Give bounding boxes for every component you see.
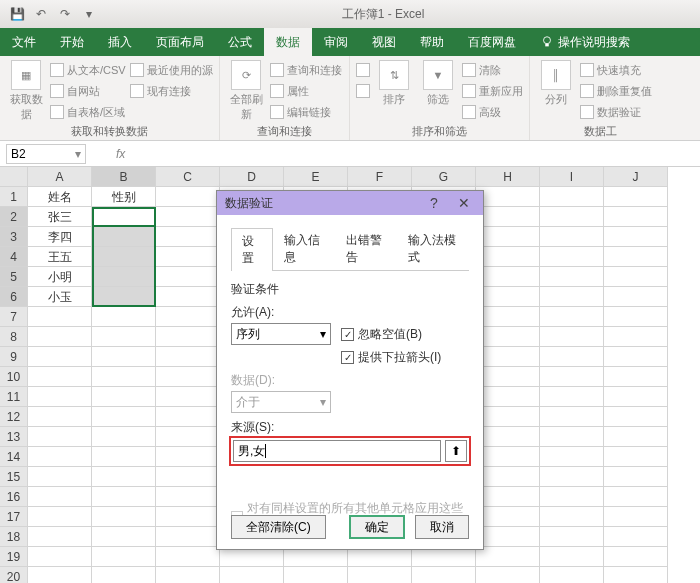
cell[interactable] — [476, 247, 540, 267]
tab-input-msg[interactable]: 输入信息 — [273, 227, 335, 270]
cell[interactable]: 姓名 — [28, 187, 92, 207]
row-header[interactable]: 8 — [0, 327, 28, 347]
cell[interactable] — [412, 547, 476, 567]
filter-button[interactable]: ▼ 筛选 — [418, 60, 458, 107]
sort-button[interactable]: ⇅ 排序 — [374, 60, 414, 107]
cell[interactable] — [476, 467, 540, 487]
row-header[interactable]: 7 — [0, 307, 28, 327]
tab-ime[interactable]: 输入法模式 — [397, 227, 469, 270]
cell[interactable] — [540, 307, 604, 327]
cell[interactable] — [540, 547, 604, 567]
properties[interactable]: 属性 — [270, 81, 342, 101]
tab-error[interactable]: 出错警告 — [335, 227, 397, 270]
cell[interactable] — [540, 407, 604, 427]
cell[interactable] — [156, 427, 220, 447]
cell[interactable] — [156, 527, 220, 547]
cell[interactable]: 小明 — [28, 267, 92, 287]
cell[interactable] — [604, 487, 668, 507]
remove-duplicates[interactable]: 删除重复值 — [580, 81, 652, 101]
cell[interactable] — [92, 507, 156, 527]
clear-all-button[interactable]: 全部清除(C) — [231, 515, 326, 539]
reapply[interactable]: 重新应用 — [462, 81, 523, 101]
ignore-blank-checkbox[interactable]: ✓ 忽略空值(B) — [341, 326, 422, 343]
row-header[interactable]: 19 — [0, 547, 28, 567]
cell[interactable] — [156, 207, 220, 227]
cell[interactable] — [476, 567, 540, 583]
tab-baidu[interactable]: 百度网盘 — [456, 28, 528, 56]
cell[interactable] — [28, 347, 92, 367]
cell[interactable] — [156, 467, 220, 487]
cell[interactable] — [92, 407, 156, 427]
cell[interactable] — [604, 467, 668, 487]
cell[interactable] — [92, 227, 156, 247]
row-header[interactable]: 13 — [0, 427, 28, 447]
cell[interactable] — [476, 307, 540, 327]
row-header[interactable]: 3 — [0, 227, 28, 247]
cell[interactable] — [156, 187, 220, 207]
cell[interactable] — [220, 547, 284, 567]
cell[interactable] — [220, 567, 284, 583]
cell[interactable] — [540, 327, 604, 347]
cell[interactable] — [604, 367, 668, 387]
row-header[interactable]: 18 — [0, 527, 28, 547]
cell[interactable]: 李四 — [28, 227, 92, 247]
cell[interactable]: 王五 — [28, 247, 92, 267]
cell[interactable] — [476, 207, 540, 227]
data-validation[interactable]: 数据验证 — [580, 102, 652, 122]
cell[interactable] — [476, 407, 540, 427]
row-header[interactable]: 2 — [0, 207, 28, 227]
cell[interactable] — [156, 407, 220, 427]
ok-button[interactable]: 确定 — [349, 515, 405, 539]
close-button[interactable]: ✕ — [449, 191, 479, 215]
col-header[interactable]: I — [540, 167, 604, 187]
flash-fill[interactable]: 快速填充 — [580, 60, 652, 80]
cell[interactable] — [92, 547, 156, 567]
cell[interactable] — [540, 507, 604, 527]
row-header[interactable]: 15 — [0, 467, 28, 487]
cell[interactable] — [92, 387, 156, 407]
cell[interactable] — [476, 347, 540, 367]
allow-select[interactable]: 序列▾ — [231, 323, 331, 345]
dialog-titlebar[interactable]: 数据验证 ? ✕ — [217, 191, 483, 215]
cell[interactable] — [92, 207, 156, 227]
cell[interactable] — [540, 207, 604, 227]
cell[interactable] — [92, 247, 156, 267]
cell[interactable] — [156, 387, 220, 407]
cell[interactable] — [604, 527, 668, 547]
cell[interactable] — [156, 227, 220, 247]
tab-settings[interactable]: 设置 — [231, 228, 273, 271]
cell[interactable] — [92, 467, 156, 487]
range-picker-button[interactable]: ⬆ — [445, 440, 467, 462]
cell[interactable] — [156, 267, 220, 287]
cell[interactable] — [540, 347, 604, 367]
tab-home[interactable]: 开始 — [48, 28, 96, 56]
cell[interactable] — [156, 327, 220, 347]
cell[interactable]: 性别 — [92, 187, 156, 207]
sort-asc[interactable] — [356, 60, 370, 80]
cell[interactable] — [156, 367, 220, 387]
cell[interactable] — [156, 507, 220, 527]
col-header[interactable]: H — [476, 167, 540, 187]
row-header[interactable]: 16 — [0, 487, 28, 507]
cell[interactable] — [156, 567, 220, 583]
tab-view[interactable]: 视图 — [360, 28, 408, 56]
cell[interactable] — [92, 347, 156, 367]
cell[interactable] — [348, 567, 412, 583]
cell[interactable] — [476, 387, 540, 407]
sort-desc[interactable] — [356, 81, 370, 101]
cell[interactable] — [540, 447, 604, 467]
cell[interactable] — [604, 507, 668, 527]
cell[interactable] — [284, 567, 348, 583]
cell[interactable] — [156, 487, 220, 507]
row-header[interactable]: 10 — [0, 367, 28, 387]
row-header[interactable]: 4 — [0, 247, 28, 267]
cell[interactable] — [604, 287, 668, 307]
cell[interactable] — [156, 547, 220, 567]
cell[interactable] — [476, 227, 540, 247]
row-header[interactable]: 5 — [0, 267, 28, 287]
cell[interactable] — [540, 187, 604, 207]
edit-links[interactable]: 编辑链接 — [270, 102, 342, 122]
cell[interactable] — [92, 367, 156, 387]
cell[interactable] — [604, 247, 668, 267]
col-header[interactable]: B — [92, 167, 156, 187]
